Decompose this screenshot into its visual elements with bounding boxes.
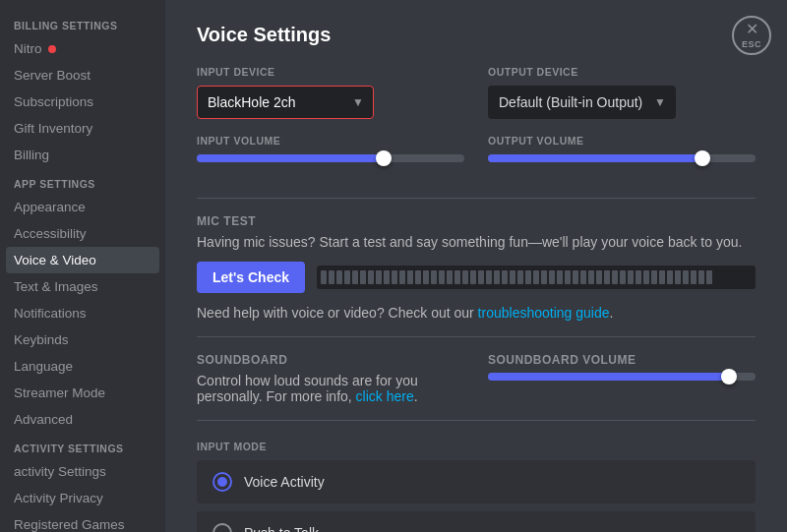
sidebar-badge-nitro xyxy=(48,45,56,53)
mic-bar-segment xyxy=(423,270,429,284)
sidebar-item-label-text-images: Text & Images xyxy=(14,279,98,294)
soundboard-volume-thumb[interactable] xyxy=(721,369,737,384)
sidebar-section-1: App Settings xyxy=(6,168,159,194)
sidebar-item-activity-settings[interactable]: activity Settings xyxy=(6,458,159,485)
troubleshooting-link[interactable]: troubleshooting guide xyxy=(478,305,610,321)
sidebar-item-label-registered-games: Registered Games xyxy=(14,517,125,532)
sidebar-item-label-accessibility: Accessibility xyxy=(14,226,87,241)
sidebar-item-registered-games[interactable]: Registered Games xyxy=(6,511,159,532)
mic-bar-segment xyxy=(588,270,594,284)
sidebar-item-text-images[interactable]: Text & Images xyxy=(6,273,159,300)
sidebar-item-activity-privacy[interactable]: Activity Privacy xyxy=(6,485,159,511)
sidebar-item-language[interactable]: Language xyxy=(6,353,159,380)
sidebar-item-label-keybinds: Keybinds xyxy=(14,332,69,347)
mic-bar-segment xyxy=(470,270,476,284)
mic-test-section: MIC TEST Having mic issues? Start a test… xyxy=(197,214,756,321)
radio-option-voice-activity[interactable]: Voice Activity xyxy=(197,460,756,503)
sidebar-item-label-subscriptions: Subscriptions xyxy=(14,94,93,109)
mic-bar-segment xyxy=(549,270,555,284)
sidebar-item-gift-inventory[interactable]: Gift Inventory xyxy=(6,115,159,142)
mic-bar-segment xyxy=(698,270,704,284)
input-volume-slider[interactable] xyxy=(197,154,464,162)
divider-2 xyxy=(197,336,756,337)
mic-bar-segment xyxy=(360,270,366,284)
sidebar-item-voice-video[interactable]: Voice & Video xyxy=(6,247,159,273)
mic-bar-segment xyxy=(454,270,460,284)
volume-row: INPUT VOLUME OUTPUT VOLUME xyxy=(197,135,756,182)
output-device-select[interactable]: Default (Built-in Output) xyxy=(488,86,676,119)
mic-bar-segment xyxy=(691,270,696,284)
mic-bar-segment xyxy=(533,270,539,284)
mic-bar-segment xyxy=(573,270,578,284)
output-device-wrapper: Default (Built-in Output) ▼ xyxy=(488,86,676,119)
help-text-prefix: Need help with voice or video? Check out… xyxy=(197,305,478,321)
close-button[interactable]: ✕ ESC xyxy=(732,16,771,55)
sidebar-item-advanced[interactable]: Advanced xyxy=(6,406,159,433)
mic-bar-segment xyxy=(344,270,350,284)
sidebar-item-accessibility[interactable]: Accessibility xyxy=(6,220,159,247)
mic-bar-segment xyxy=(447,270,453,284)
output-volume-fill xyxy=(488,154,702,162)
input-device-select[interactable]: BlackHole 2ch xyxy=(197,86,374,119)
input-volume-track[interactable] xyxy=(197,154,464,162)
mic-bar-segment xyxy=(494,270,500,284)
sidebar-item-nitro[interactable]: Nitro xyxy=(6,35,159,62)
device-row: INPUT DEVICE BlackHole 2ch ▼ OUTPUT DEVI… xyxy=(197,66,756,119)
mic-bar-segment xyxy=(620,270,626,284)
mic-bar-segment xyxy=(541,270,547,284)
mic-bar-segment xyxy=(596,270,602,284)
sidebar-item-label-server-boost: Server Boost xyxy=(14,68,91,83)
sidebar-item-billing[interactable]: Billing xyxy=(6,142,159,168)
mic-bar-segment xyxy=(431,270,437,284)
sidebar-item-label-appearance: Appearance xyxy=(14,200,86,214)
mic-bar-segment xyxy=(667,270,673,284)
lets-check-button[interactable]: Let's Check xyxy=(197,262,305,293)
mic-bar-segment xyxy=(510,270,515,284)
mic-bar-segment xyxy=(486,270,492,284)
help-text: Need help with voice or video? Check out… xyxy=(197,305,756,321)
soundboard-click-here-link[interactable]: click here xyxy=(356,388,414,404)
sidebar-item-label-voice-video: Voice & Video xyxy=(14,253,96,267)
mic-test-title: MIC TEST xyxy=(197,214,756,228)
sidebar-item-label-streamer-mode: Streamer Mode xyxy=(14,385,105,400)
sidebar-item-label-nitro: Nitro xyxy=(14,41,42,56)
input-volume-fill xyxy=(197,154,384,162)
sidebar-item-subscriptions[interactable]: Subscriptions xyxy=(6,89,159,115)
sidebar-item-label-activity-privacy: Activity Privacy xyxy=(14,491,103,505)
esc-label: ESC xyxy=(742,39,761,49)
mic-bar-segment xyxy=(706,270,712,284)
soundboard-volume-track[interactable] xyxy=(488,373,756,381)
radio-circle-push-to-talk xyxy=(212,523,232,532)
output-volume-track[interactable] xyxy=(488,154,756,162)
radio-option-push-to-talk[interactable]: Push to Talk xyxy=(197,511,756,532)
sidebar-item-keybinds[interactable]: Keybinds xyxy=(6,326,159,353)
input-volume-thumb[interactable] xyxy=(376,150,392,166)
mic-bar-segment xyxy=(384,270,390,284)
soundboard-volume-fill xyxy=(488,373,729,381)
mic-bar-segment xyxy=(651,270,657,284)
soundboard-title: SOUNDBOARD xyxy=(197,353,464,367)
mic-bar-segment xyxy=(517,270,523,284)
page-title: Voice Settings xyxy=(197,24,756,46)
sidebar-item-notifications[interactable]: Notifications xyxy=(6,300,159,326)
sidebar-item-label-language: Language xyxy=(14,359,73,374)
soundboard-volume-title: SOUNDBOARD VOLUME xyxy=(488,353,756,367)
sidebar-item-appearance[interactable]: Appearance xyxy=(6,194,159,220)
mic-bar-segment xyxy=(462,270,468,284)
mic-bar-segment xyxy=(392,270,397,284)
soundboard-volume-slider[interactable] xyxy=(488,373,756,381)
output-volume-slider[interactable] xyxy=(488,154,756,162)
mic-bar-segment xyxy=(321,270,327,284)
output-volume-thumb[interactable] xyxy=(695,150,710,166)
mic-bar-segment xyxy=(604,270,610,284)
mic-bar-segment xyxy=(439,270,445,284)
sidebar-section-2: Activity Settings xyxy=(6,433,159,458)
output-device-col: OUTPUT DEVICE Default (Built-in Output) … xyxy=(488,66,756,119)
sidebar-item-server-boost[interactable]: Server Boost xyxy=(6,62,159,89)
mic-bar-segment xyxy=(675,270,681,284)
mic-test-description: Having mic issues? Start a test and say … xyxy=(197,234,756,250)
mic-bar-segment xyxy=(580,270,586,284)
sidebar-item-streamer-mode[interactable]: Streamer Mode xyxy=(6,380,159,406)
mic-bar-segment xyxy=(399,270,405,284)
mic-bar-segment xyxy=(636,270,641,284)
